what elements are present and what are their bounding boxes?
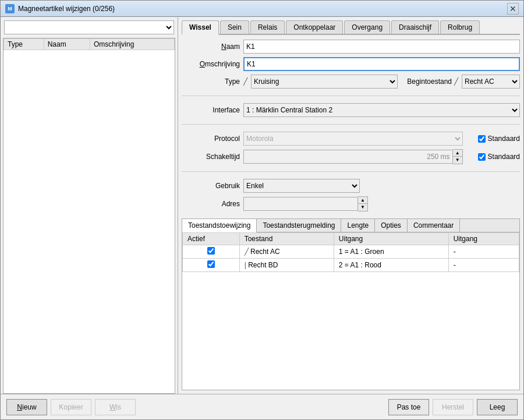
gebruik-row: Gebruik Enkel Dubbel xyxy=(182,179,520,193)
schakeltijd-label: Schakeltijd xyxy=(182,153,240,161)
top-tab-bar: Wissel Sein Relais Ontkoppelaar Overgang… xyxy=(182,20,520,35)
left-table: Type Naam Omschrijving xyxy=(3,38,175,394)
schakeltijd-input xyxy=(243,150,453,164)
begintoestand-label: Begintoestand xyxy=(407,77,452,86)
title-bar: M Magneetartikel wijzigen (0/256) ✕ xyxy=(1,1,523,17)
protocol-standaard-group: Standaard xyxy=(478,135,520,143)
begintoestand-select[interactable]: Recht AC Recht BD Afbuigend xyxy=(462,75,520,89)
naam-row: Naam K1 xyxy=(182,40,520,54)
type-select[interactable]: Kruising Wissel links Wissel rechts Drie… xyxy=(251,75,398,89)
tab-toestandsterugmelding[interactable]: Toestandsterugmelding xyxy=(257,219,341,232)
main-content: Type Naam Omschrijving Wissel Sein Relai… xyxy=(1,17,523,394)
wis-button[interactable]: Wis xyxy=(95,399,136,415)
leeg-button[interactable]: Leeg xyxy=(477,399,518,415)
adres-up-btn[interactable]: ▲ xyxy=(358,197,367,204)
protocol-row: Protocol Motorola Standaard xyxy=(182,132,520,146)
left-dropdown-container xyxy=(4,20,174,34)
close-button[interactable]: ✕ xyxy=(507,3,519,15)
row2-toestand-label: Recht BD xyxy=(248,261,278,269)
row2-uitgang2: - xyxy=(448,259,519,272)
begin-track-icon: ╱ xyxy=(454,77,458,86)
main-window: M Magneetartikel wijzigen (0/256) ✕ Type… xyxy=(0,0,524,420)
window-title: Magneetartikel wijzigen (0/256) xyxy=(18,5,507,13)
left-panel: Type Naam Omschrijving xyxy=(1,17,178,394)
state-col-toestand: Toestand xyxy=(239,233,334,245)
form-area: Naam K1 Omschrijving K1 Type ╱ Kruising xyxy=(182,40,520,390)
row2-actief-checkbox[interactable] xyxy=(207,260,215,268)
tab-opties[interactable]: Opties xyxy=(375,219,408,232)
row1-toestand-label: Recht AC xyxy=(250,248,280,256)
row1-actief xyxy=(183,245,240,259)
schakeltijd-standaard-label: Standaard xyxy=(488,153,520,161)
naam-label: Naam xyxy=(182,43,240,51)
col-naam: Naam xyxy=(44,39,90,50)
adres-row: Adres ▲ ▼ xyxy=(182,196,520,211)
table-row: | Recht BD 2 = A1 : Rood - xyxy=(183,259,519,272)
omschrijving-input[interactable]: K1 xyxy=(243,57,520,71)
adres-label: Adres xyxy=(182,200,240,208)
begintoestand-group: Begintoestand ╱ Recht AC Recht BD Afbuig… xyxy=(407,75,520,89)
adres-spinner: ▲ ▼ xyxy=(243,196,368,211)
tab-draaischijf[interactable]: Draaischijf xyxy=(391,20,439,34)
protocol-standaard-label: Standaard xyxy=(488,135,520,143)
herstel-button[interactable]: Herstel xyxy=(433,399,473,415)
row2-uitgang1: 2 = A1 : Rood xyxy=(334,259,448,272)
row2-toestand: | Recht BD xyxy=(239,259,334,272)
row1-actief-checkbox[interactable] xyxy=(207,247,215,255)
table-row: ╱ Recht AC 1 = A1 : Groen - xyxy=(183,245,519,259)
omschrijving-label: Omschrijving xyxy=(182,60,240,68)
window-icon: M xyxy=(5,4,15,13)
separator-3 xyxy=(182,171,520,172)
schakeltijd-spinner: ▲ ▼ xyxy=(243,149,463,164)
state-table: Actief Toestand Uitgang Uitgang xyxy=(182,232,519,390)
schakeltijd-standaard-group: Standaard xyxy=(478,153,520,161)
kopieer-button[interactable]: Kopieer xyxy=(51,399,91,415)
right-panel: Wissel Sein Relais Ontkoppelaar Overgang… xyxy=(178,17,523,394)
schakeltijd-row: Schakeltijd ▲ ▼ Standaard xyxy=(182,149,520,164)
tab-toestandstoewijzing[interactable]: Toestandstoewijzing xyxy=(182,219,257,232)
row1-toestand-icon: ╱ xyxy=(245,248,250,256)
schakeltijd-down-btn[interactable]: ▼ xyxy=(453,157,462,164)
nieuw-button[interactable]: Nieuw xyxy=(6,399,47,415)
gebruik-select[interactable]: Enkel Dubbel xyxy=(243,179,360,193)
interface-row: Interface 1 : Märklin Central Station 2 xyxy=(182,103,520,117)
separator-2 xyxy=(182,124,520,125)
bottom-tab-bar: Toestandstoewijzing Toestandsterugmeldin… xyxy=(182,219,519,232)
protocol-label: Protocol xyxy=(182,135,240,143)
tab-relais[interactable]: Relais xyxy=(250,20,285,34)
left-dropdown[interactable] xyxy=(4,20,174,34)
protocol-standaard-checkbox[interactable] xyxy=(478,135,486,143)
interface-select[interactable]: 1 : Märklin Central Station 2 xyxy=(243,103,520,117)
bottom-tabs-panel: Toestandstoewijzing Toestandsterugmeldin… xyxy=(182,218,520,390)
state-col-uitgang1: Uitgang xyxy=(334,233,448,245)
adres-down-btn[interactable]: ▼ xyxy=(358,204,367,211)
schakeltijd-standaard-checkbox[interactable] xyxy=(478,153,486,161)
bottom-bar-right: Pas toe Herstel Leeg xyxy=(388,399,518,415)
tab-ontkoppelaar[interactable]: Ontkoppelaar xyxy=(286,20,343,34)
adres-spinner-buttons: ▲ ▼ xyxy=(358,196,368,211)
omschrijving-row: Omschrijving K1 xyxy=(182,57,520,71)
tab-commentaar[interactable]: Commentaar xyxy=(408,219,460,232)
col-type: Type xyxy=(4,39,44,50)
interface-label: Interface xyxy=(182,106,240,114)
schakeltijd-up-btn[interactable]: ▲ xyxy=(453,150,462,157)
type-begin-row: Type ╱ Kruising Wissel links Wissel rech… xyxy=(182,75,520,89)
protocol-select[interactable]: Motorola xyxy=(243,132,463,146)
bottom-bar-left: Nieuw Kopieer Wis xyxy=(6,399,136,415)
row1-uitgang2: - xyxy=(448,245,519,259)
type-track-icon: ╱ xyxy=(243,77,247,86)
row1-toestand: ╱ Recht AC xyxy=(239,245,334,259)
bottom-bar: Nieuw Kopieer Wis Pas toe Herstel Leeg xyxy=(1,394,523,419)
tab-rolbrug[interactable]: Rolbrug xyxy=(440,20,480,34)
schakeltijd-spinner-buttons: ▲ ▼ xyxy=(453,149,463,164)
tab-sein[interactable]: Sein xyxy=(220,20,249,34)
pas-toe-button[interactable]: Pas toe xyxy=(388,399,429,415)
row1-uitgang1: 1 = A1 : Groen xyxy=(334,245,448,259)
naam-input[interactable]: K1 xyxy=(243,40,520,54)
tab-lengte[interactable]: Lengte xyxy=(341,219,375,232)
row2-actief xyxy=(183,259,240,272)
col-omschrijving: Omschrijving xyxy=(90,39,174,50)
adres-input[interactable] xyxy=(243,197,358,211)
tab-wissel[interactable]: Wissel xyxy=(182,20,219,35)
tab-overgang[interactable]: Overgang xyxy=(344,20,390,34)
